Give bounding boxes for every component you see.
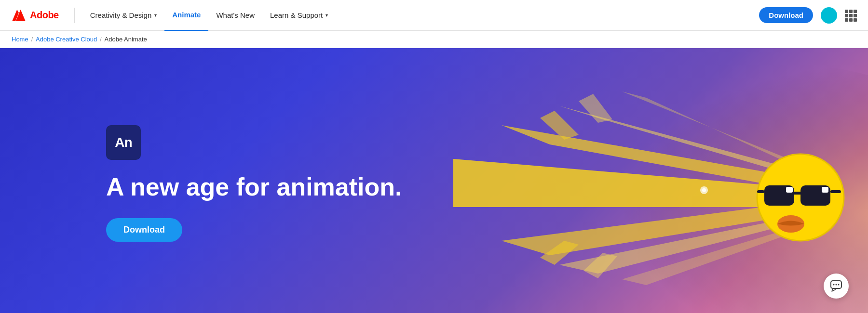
hero-section: An A new age for animation. Download [0, 48, 868, 313]
navbar: Adobe Creativity & Design ▾ Animate What… [0, 0, 868, 31]
nav-link-learn-support[interactable]: Learn & Support ▾ [262, 0, 336, 31]
breadcrumb-current: Adobe Animate [105, 36, 147, 43]
animate-logo-text: An [115, 135, 132, 150]
breadcrumb-home[interactable]: Home [12, 36, 28, 43]
svg-rect-17 [800, 185, 830, 206]
breadcrumb-creative-cloud[interactable]: Adobe Creative Cloud [36, 36, 97, 43]
svg-marker-5 [502, 202, 800, 255]
svg-point-27 [833, 284, 835, 286]
adobe-logo-icon [12, 10, 26, 21]
svg-rect-18 [794, 192, 800, 195]
breadcrumb-sep-2: / [100, 36, 101, 43]
svg-rect-20 [830, 190, 841, 193]
svg-rect-16 [764, 185, 794, 206]
svg-marker-10 [540, 111, 579, 140]
nav-links: Creativity & Design ▾ Animate What's New… [82, 0, 760, 31]
svg-point-2 [526, 63, 868, 313]
svg-rect-19 [757, 190, 764, 193]
svg-marker-9 [622, 225, 800, 285]
svg-marker-4 [502, 125, 800, 190]
svg-marker-7 [559, 216, 800, 274]
adobe-wordmark: Adobe [30, 10, 59, 21]
breadcrumb: Home / Adobe Creative Cloud / Adobe Anim… [0, 31, 868, 48]
avatar[interactable] [821, 7, 837, 24]
svg-point-14 [757, 154, 844, 241]
hero-content: An A new age for animation. Download [106, 125, 402, 242]
svg-rect-21 [786, 187, 793, 193]
chat-widget[interactable] [824, 274, 849, 299]
breadcrumb-sep-1: / [31, 36, 33, 43]
chevron-down-icon: ▾ [326, 13, 328, 18]
chat-icon [830, 280, 842, 292]
svg-marker-11 [579, 94, 612, 123]
svg-point-29 [838, 284, 840, 286]
nav-link-creativity-design[interactable]: Creativity & Design ▾ [82, 0, 165, 31]
comet-illustration [405, 48, 868, 313]
svg-rect-22 [822, 187, 828, 193]
svg-marker-13 [583, 253, 617, 278]
svg-point-23 [777, 215, 804, 233]
svg-marker-3 [453, 159, 800, 207]
apps-grid-icon[interactable] [845, 10, 856, 21]
nav-link-whats-new[interactable]: What's New [208, 0, 262, 31]
svg-marker-8 [622, 91, 800, 169]
nav-download-button[interactable]: Download [759, 7, 813, 23]
adobe-logo[interactable]: Adobe [12, 10, 59, 21]
animate-app-logo: An [106, 125, 141, 160]
svg-marker-6 [559, 106, 800, 177]
chevron-down-icon: ▾ [154, 13, 157, 18]
svg-point-28 [836, 284, 837, 286]
nav-divider [74, 8, 75, 23]
svg-marker-12 [540, 241, 579, 265]
svg-point-25 [702, 188, 706, 192]
svg-point-24 [700, 186, 708, 194]
nav-right: Download [759, 7, 856, 24]
nav-link-animate[interactable]: Animate [164, 0, 208, 31]
hero-headline: A new age for animation. [106, 173, 402, 201]
svg-point-15 [757, 154, 844, 241]
hero-download-button[interactable]: Download [106, 218, 182, 242]
